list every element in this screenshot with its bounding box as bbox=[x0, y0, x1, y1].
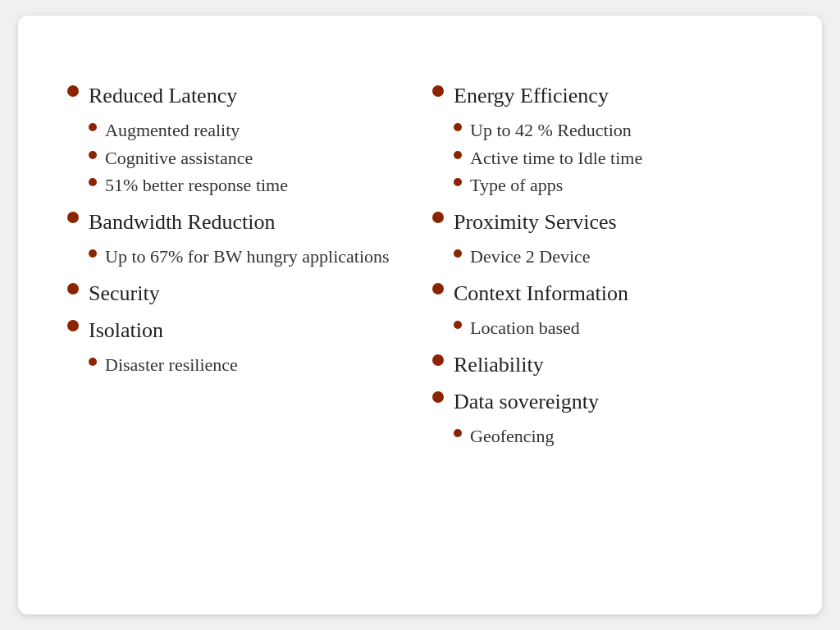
sub-item-energy-efficiency-0: Up to 42 % Reduction bbox=[454, 118, 773, 143]
sub-list-bandwidth-reduction: Up to 67% for BW hungry applications bbox=[89, 244, 408, 272]
sub-bullet-isolation-0 bbox=[89, 358, 97, 366]
main-bullet-data-sovereignty bbox=[432, 391, 444, 403]
main-bullet-context-information bbox=[432, 283, 444, 294]
sub-bullet-reduced-latency-1 bbox=[89, 151, 97, 159]
main-item-text-bandwidth-reduction: Bandwidth Reduction bbox=[89, 208, 275, 236]
sub-bullet-proximity-services-0 bbox=[454, 249, 462, 258]
sub-bullet-context-information-0 bbox=[454, 321, 462, 329]
sub-item-energy-efficiency-1: Active time to Idle time bbox=[454, 146, 773, 171]
sub-bullet-data-sovereignty-0 bbox=[454, 429, 462, 437]
main-bullet-bandwidth-reduction bbox=[67, 212, 79, 223]
main-item-text-security: Security bbox=[89, 279, 160, 308]
main-item-text-reliability: Reliability bbox=[454, 350, 544, 379]
sub-item-bandwidth-reduction-0: Up to 67% for BW hungry applications bbox=[89, 244, 408, 269]
content-area: Reduced LatencyAugmented realityCognitiv… bbox=[67, 81, 773, 582]
sub-item-context-information-0: Location based bbox=[454, 316, 773, 340]
sub-list-reduced-latency: Augmented realityCognitive assistance51%… bbox=[89, 118, 408, 201]
sub-item-text-isolation-0: Disaster resilience bbox=[105, 353, 238, 377]
sub-bullet-reduced-latency-0 bbox=[89, 123, 97, 131]
main-item-security: Security bbox=[67, 279, 408, 308]
sub-list-context-information: Location based bbox=[454, 316, 773, 344]
main-bullet-energy-efficiency bbox=[432, 85, 444, 97]
slide: Reduced LatencyAugmented realityCognitiv… bbox=[18, 16, 822, 614]
sub-list-data-sovereignty: Geofencing bbox=[454, 424, 773, 452]
sub-item-text-energy-efficiency-0: Up to 42 % Reduction bbox=[470, 118, 632, 143]
left-column: Reduced LatencyAugmented realityCognitiv… bbox=[67, 81, 424, 582]
sub-list-proximity-services: Device 2 Device bbox=[454, 244, 773, 272]
sub-item-reduced-latency-1: Cognitive assistance bbox=[89, 146, 408, 171]
sub-item-text-reduced-latency-2: 51% better response time bbox=[105, 173, 288, 198]
sub-list-energy-efficiency: Up to 42 % ReductionActive time to Idle … bbox=[454, 118, 773, 201]
sub-item-proximity-services-0: Device 2 Device bbox=[454, 244, 773, 269]
main-item-data-sovereignty: Data sovereignty bbox=[432, 387, 773, 416]
main-item-text-isolation: Isolation bbox=[89, 316, 163, 345]
sub-item-text-reduced-latency-1: Cognitive assistance bbox=[105, 146, 253, 171]
sub-item-energy-efficiency-2: Type of apps bbox=[454, 173, 773, 198]
main-bullet-reduced-latency bbox=[67, 85, 79, 97]
main-item-isolation: Isolation bbox=[67, 316, 408, 345]
sub-item-text-energy-efficiency-1: Active time to Idle time bbox=[470, 146, 642, 171]
main-item-text-energy-efficiency: Energy Efficiency bbox=[454, 81, 609, 110]
sub-bullet-energy-efficiency-0 bbox=[454, 123, 462, 131]
sub-bullet-reduced-latency-2 bbox=[89, 178, 97, 186]
main-item-reduced-latency: Reduced Latency bbox=[67, 81, 408, 110]
main-item-text-reduced-latency: Reduced Latency bbox=[89, 81, 237, 110]
sub-item-text-proximity-services-0: Device 2 Device bbox=[470, 244, 591, 269]
main-item-reliability: Reliability bbox=[432, 350, 773, 379]
right-column: Energy EfficiencyUp to 42 % ReductionAct… bbox=[424, 81, 773, 582]
sub-item-text-context-information-0: Location based bbox=[470, 316, 580, 340]
main-item-text-proximity-services: Proximity Services bbox=[454, 208, 617, 236]
sub-item-text-bandwidth-reduction-0: Up to 67% for BW hungry applications bbox=[105, 244, 390, 269]
sub-bullet-energy-efficiency-2 bbox=[454, 178, 462, 186]
main-item-context-information: Context Information bbox=[432, 279, 773, 308]
main-item-text-data-sovereignty: Data sovereignty bbox=[454, 387, 599, 416]
main-item-proximity-services: Proximity Services bbox=[432, 208, 773, 236]
main-bullet-isolation bbox=[67, 320, 79, 331]
sub-bullet-energy-efficiency-1 bbox=[454, 151, 462, 159]
sub-item-text-data-sovereignty-0: Geofencing bbox=[470, 424, 555, 449]
main-bullet-proximity-services bbox=[432, 212, 444, 223]
sub-item-text-energy-efficiency-2: Type of apps bbox=[470, 173, 563, 198]
main-item-text-context-information: Context Information bbox=[454, 279, 628, 308]
sub-item-text-reduced-latency-0: Augmented reality bbox=[105, 118, 240, 143]
sub-item-reduced-latency-2: 51% better response time bbox=[89, 173, 408, 198]
sub-list-isolation: Disaster resilience bbox=[89, 353, 408, 381]
main-item-bandwidth-reduction: Bandwidth Reduction bbox=[67, 208, 408, 236]
main-bullet-security bbox=[67, 283, 79, 294]
main-bullet-reliability bbox=[432, 354, 444, 366]
sub-item-isolation-0: Disaster resilience bbox=[89, 353, 408, 377]
sub-item-data-sovereignty-0: Geofencing bbox=[454, 424, 773, 449]
main-item-energy-efficiency: Energy Efficiency bbox=[432, 81, 773, 110]
sub-bullet-bandwidth-reduction-0 bbox=[89, 249, 97, 258]
sub-item-reduced-latency-0: Augmented reality bbox=[89, 118, 408, 143]
